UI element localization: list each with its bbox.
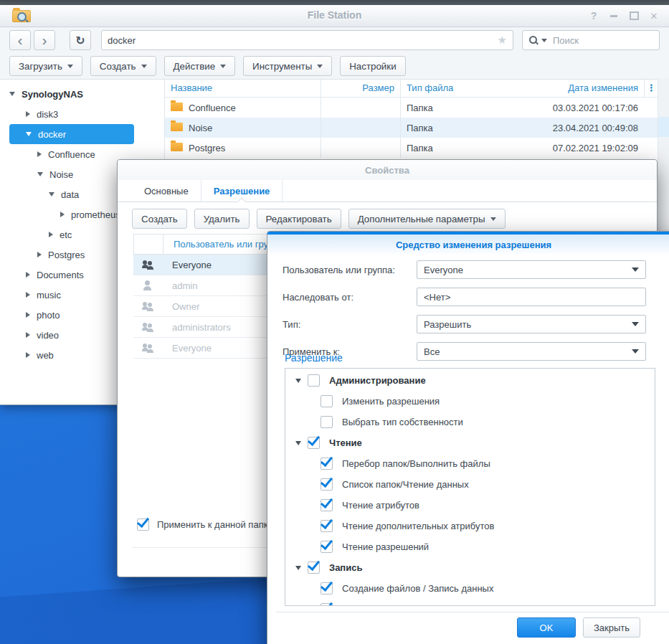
field-value-dropdown[interactable]: Все: [417, 342, 646, 361]
column-header-modified[interactable]: Дата изменения: [502, 78, 644, 97]
expand-triangle-icon[interactable]: [49, 192, 54, 196]
toolbar-button[interactable]: Настройки: [340, 56, 405, 76]
permission-checkbox[interactable]: [321, 582, 333, 595]
permission-tree-row[interactable]: Чтение разрешений: [285, 536, 655, 557]
permission-checkbox[interactable]: [321, 520, 333, 532]
sidebar-folder-item[interactable]: SynologyNAS: [0, 84, 164, 104]
permission-dialog-buttons: OK Закрыть: [267, 617, 640, 638]
search-options-caret-icon[interactable]: [541, 39, 547, 42]
permission-checkbox[interactable]: [321, 416, 333, 428]
expand-triangle-icon[interactable]: [26, 352, 30, 358]
tab-label: Основные: [144, 186, 189, 196]
maximize-icon[interactable]: [629, 11, 639, 21]
permission-tree-row[interactable]: Создание папок / Дозапись данных: [285, 599, 655, 606]
column-header-size[interactable]: Размер: [321, 78, 400, 97]
expand-triangle-icon[interactable]: [26, 312, 30, 318]
properties-tab[interactable]: Основные: [132, 180, 201, 202]
permissions-toolbar-button[interactable]: Редактировать: [257, 209, 341, 229]
ok-button[interactable]: OK: [517, 617, 576, 638]
permission-checkbox[interactable]: [308, 562, 320, 574]
file-row[interactable]: Noise Папка 23.04.2021 00:49:08: [165, 118, 669, 138]
expand-triangle-icon[interactable]: [295, 379, 301, 383]
permission-tree-row[interactable]: Изменить разрешения: [285, 391, 655, 412]
search-box[interactable]: [522, 30, 660, 50]
expand-triangle-icon[interactable]: [49, 232, 53, 237]
permission-tree-row[interactable]: Выбрать тип собственности: [285, 412, 655, 432]
expand-triangle-icon[interactable]: [26, 292, 30, 298]
expand-triangle-icon[interactable]: [26, 111, 30, 117]
close-icon[interactable]: [649, 11, 659, 21]
close-button[interactable]: Закрыть: [583, 617, 640, 638]
expand-triangle-icon[interactable]: [60, 212, 65, 217]
search-input[interactable]: [551, 34, 640, 47]
expand-triangle-icon[interactable]: [9, 92, 15, 96]
user-group-icon: [141, 301, 154, 311]
sidebar-folder-label: Documents: [37, 270, 84, 280]
sidebar-folder-label: Postgres: [48, 250, 85, 260]
sidebar-folder-item[interactable]: disk3: [0, 104, 164, 124]
permission-checkbox[interactable]: [321, 603, 333, 606]
column-options-icon[interactable]: [644, 78, 658, 97]
refresh-button[interactable]: [70, 30, 91, 50]
permissions-toolbar-button[interactable]: Дополнительные параметры: [348, 209, 506, 229]
properties-dialog-title: Свойства: [118, 165, 657, 176]
toolbar-button-label: Загрузить: [19, 61, 62, 72]
expand-triangle-icon[interactable]: [26, 332, 30, 338]
toolbar-button[interactable]: Действие: [164, 56, 236, 76]
field-value-dropdown[interactable]: <Нет>: [417, 288, 646, 306]
permission-tree-row[interactable]: Чтение дополнительных атрибутов: [285, 516, 655, 536]
expand-triangle-icon[interactable]: [37, 151, 42, 157]
permission-dialog-title: Средство изменения разрешения: [267, 240, 669, 250]
expand-triangle-icon[interactable]: [37, 252, 42, 257]
toolbar-button[interactable]: Загрузить: [9, 56, 82, 76]
file-row[interactable]: Confluence Папка 03.03.2021 00:17:06: [165, 98, 669, 118]
apply-checkbox[interactable]: [137, 518, 149, 531]
permission-tree-row[interactable]: Чтение атрибутов: [285, 495, 655, 516]
permission-tree-row[interactable]: Администрирование: [285, 370, 655, 391]
column-header-name[interactable]: Название: [165, 78, 321, 97]
toolbar-button-label: Инструменты: [252, 61, 312, 72]
permission-tree-row[interactable]: Чтение: [285, 432, 655, 453]
expand-triangle-icon[interactable]: [295, 566, 301, 570]
permission-section-label: Разрешение: [285, 352, 343, 364]
permission-label: Создание файлов / Запись данных: [342, 583, 493, 594]
forward-button[interactable]: [34, 30, 55, 50]
permission-checkbox[interactable]: [308, 374, 320, 387]
minimize-icon[interactable]: [609, 11, 619, 21]
permissions-toolbar-button[interactable]: Создать: [132, 209, 187, 229]
expand-triangle-icon[interactable]: [295, 441, 301, 445]
permission-checkbox[interactable]: [308, 437, 320, 449]
permission-tree-row[interactable]: Запись: [285, 557, 655, 578]
permission-checkbox[interactable]: [321, 458, 333, 470]
permission-tree-row[interactable]: Список папок/Чтение данных: [285, 474, 655, 495]
bookmark-star-icon[interactable]: [498, 34, 507, 47]
field-value-dropdown[interactable]: Разрешить: [417, 315, 646, 333]
expand-triangle-icon[interactable]: [26, 132, 32, 136]
apply-to-folder-row[interactable]: Применить к данной папк: [137, 518, 267, 531]
help-icon[interactable]: [589, 11, 599, 21]
permission-checkbox[interactable]: [321, 499, 333, 511]
file-row[interactable]: Postgres Папка 07.02.2021 19:02:09: [165, 138, 669, 158]
field-value-dropdown[interactable]: Everyone: [417, 260, 646, 279]
toolbar-button[interactable]: Инструменты: [243, 56, 332, 76]
toolbar-button[interactable]: Создать: [90, 56, 156, 76]
back-button[interactable]: [9, 30, 31, 50]
address-bar[interactable]: docker: [101, 30, 513, 50]
permission-label: Список папок/Чтение данных: [342, 479, 469, 490]
user-column-header[interactable]: Пользователь или групп: [163, 239, 278, 250]
properties-tab[interactable]: Разрешение: [201, 180, 283, 202]
expand-triangle-icon[interactable]: [37, 172, 43, 176]
permission-checkbox[interactable]: [321, 541, 333, 553]
permission-checkbox[interactable]: [321, 478, 333, 491]
expand-triangle-icon[interactable]: [26, 272, 30, 278]
user-name: Owner: [162, 301, 199, 312]
user-icon-column: [134, 235, 163, 254]
permission-checkbox[interactable]: [321, 395, 333, 407]
permission-tree-row[interactable]: Перебор папок/Выполнить файлы: [285, 453, 655, 474]
sidebar-folder-item[interactable]: docker: [9, 124, 134, 144]
column-header-type[interactable]: Тип файла: [400, 78, 502, 97]
permissions-toolbar-button[interactable]: Удалить: [194, 209, 250, 229]
user-group-icon: [141, 260, 154, 270]
field-value: Все: [424, 346, 440, 357]
permission-tree-row[interactable]: Создание файлов / Запись данных: [285, 578, 655, 599]
